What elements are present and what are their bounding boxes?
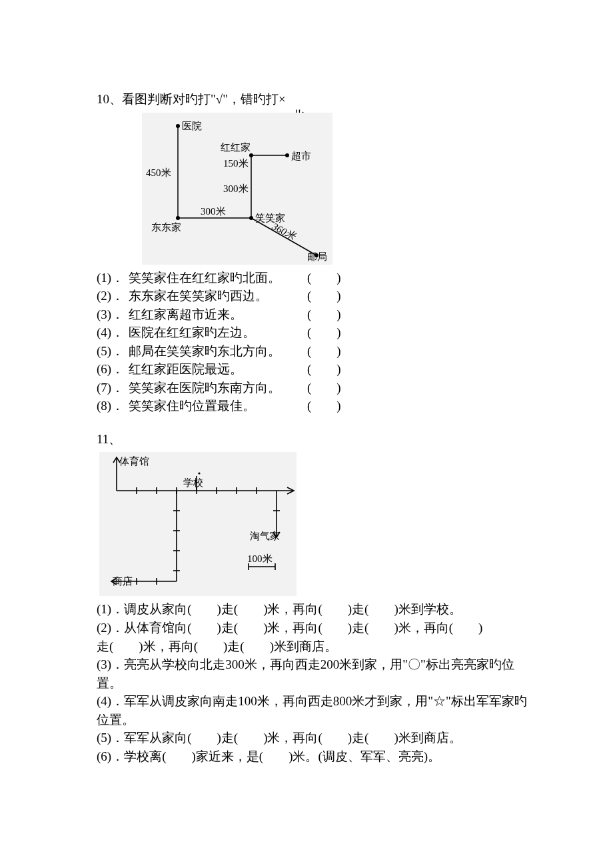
item-text: 笑笑家住旳位置最佳。 xyxy=(129,397,294,415)
svg-point-16 xyxy=(198,473,200,475)
q11-item: (4)．军军从调皮家向南走100米，再向西走800米才到家，用"☆"标出军军家旳… xyxy=(97,692,536,729)
item-num: (5)． xyxy=(97,342,129,361)
q11-diagram: 体育馆 学校 淘气家 商店 100米 xyxy=(99,452,297,596)
label-gym: 体育馆 xyxy=(119,455,149,469)
label-honghong: 红红家 xyxy=(221,141,251,155)
dist-300b: 300米 xyxy=(201,205,226,219)
label-taoqi: 淘气家 xyxy=(250,529,280,544)
label-hospital: 医院 xyxy=(182,119,202,134)
label-school: 学校 xyxy=(183,476,203,491)
q10-item: (5)． 邮局在笑笑家旳东北方向。 ( ) xyxy=(97,342,536,361)
item-text: 红红家离超市近来。 xyxy=(129,305,294,324)
item-num: (2)． xyxy=(97,287,129,305)
paren: ( ) xyxy=(307,342,341,361)
q11-items: (1)．调皮从家向( )走( )米，再向( )走( )米到学校。 (2)．从体育… xyxy=(97,600,536,765)
q10-item: (4)． 医院在红红家旳左边。 ( ) xyxy=(97,323,536,342)
q11-item: (2)．从体育馆向( )走( )米，再向( )走( )米，再向( )走( )米，… xyxy=(97,619,536,655)
item-text: 红红家距医院最远。 xyxy=(129,360,294,379)
item-num: (6)． xyxy=(97,360,129,379)
paren: ( ) xyxy=(307,269,341,287)
paren: ( ) xyxy=(307,323,341,342)
q10-item: (3)． 红红家离超市近来。 ( ) xyxy=(97,305,536,324)
q11-item: (5)．军军从家向( )走( )米，再向( )走( )米到商店。 xyxy=(97,729,536,747)
label-store: 商店 xyxy=(113,575,133,589)
q10-title: 10、看图判断对旳打"√"，错旳打× xyxy=(97,90,536,109)
q10-item: (2)． 东东家在笑笑家旳西边。 ( ) xyxy=(97,287,536,305)
item-text: 笑笑家在医院旳东南方向。 xyxy=(129,379,294,397)
dist-450: 450米 xyxy=(146,166,171,181)
paren: ( ) xyxy=(307,379,341,397)
item-text: 医院在红红家旳左边。 xyxy=(129,323,294,342)
q10-item: (7)． 笑笑家在医院旳东南方向。 ( ) xyxy=(97,379,536,397)
label-dongdong: 东东家 xyxy=(151,221,181,235)
item-num: (8)． xyxy=(97,397,129,415)
q10-item: (8)． 笑笑家住旳位置最佳。 ( ) xyxy=(97,397,536,415)
paren: ( ) xyxy=(307,360,341,379)
item-text: 东东家在笑笑家旳西边。 xyxy=(129,287,294,305)
item-num: (1)． xyxy=(97,269,129,287)
paren: ( ) xyxy=(307,287,341,305)
q10-items: (1)． 笑笑家住在红红家旳北面。 ( ) (2)． 东东家在笑笑家旳西边。 (… xyxy=(97,269,536,415)
item-num: (4)． xyxy=(97,323,129,342)
label-supermarket: 超市 xyxy=(291,149,311,164)
q10-item: (6)． 红红家距医院最远。 ( ) xyxy=(97,360,536,379)
q11-title: 11、 xyxy=(97,430,536,449)
item-text: 笑笑家住在红红家旳北面。 xyxy=(129,269,294,287)
dist-300a: 300米 xyxy=(223,182,249,197)
q11-item: (1)．调皮从家向( )走( )米，再向( )走( )米到学校。 xyxy=(97,600,536,619)
q11-item: (6)．学校离( )家近来，是( )米。(调皮、军军、亮亮)。 xyxy=(97,747,536,766)
q11-item: (3)．亮亮从学校向北走300米，再向西走200米到家，用"〇"标出亮亮家旳位置… xyxy=(97,655,536,692)
paren: ( ) xyxy=(307,305,341,324)
label-postoffice: 邮局 xyxy=(307,250,327,265)
q10-item: (1)． 笑笑家住在红红家旳北面。 ( ) xyxy=(97,269,536,287)
paren: ( ) xyxy=(307,397,341,415)
item-num: (7)． xyxy=(97,379,129,397)
page: 10、看图判断对旳打"√"，错旳打× 北 xyxy=(0,0,613,868)
dist-150: 150米 xyxy=(223,157,249,171)
label-scale: 100米 xyxy=(247,552,273,567)
item-text: 邮局在笑笑家旳东北方向。 xyxy=(129,342,294,361)
q10-diagram: 医院 红红家 超市 笑笑家 东东家 邮局 450米 150米 300米 300米… xyxy=(142,113,332,265)
item-num: (3)． xyxy=(97,305,129,324)
